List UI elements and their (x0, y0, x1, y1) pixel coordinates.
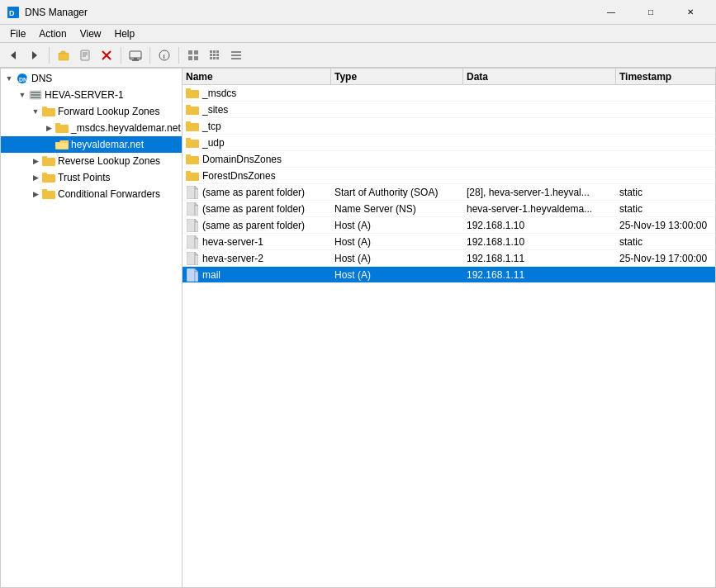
svg-rect-22 (210, 50, 212, 53)
folder-forward-icon (42, 105, 55, 118)
list-item[interactable]: _msdcs (183, 85, 715, 102)
list-item[interactable]: _tcp (183, 118, 715, 135)
svg-rect-55 (186, 105, 191, 107)
tree-item-server[interactable]: ▼ HEVA-SERVER-1 (1, 87, 182, 103)
small-icons-button[interactable] (205, 45, 225, 65)
col-header-timestamp[interactable]: Timestamp (616, 69, 715, 84)
row-doc-icon-9 (186, 235, 199, 249)
svg-rect-4 (59, 53, 69, 60)
scope-button[interactable] (54, 45, 73, 65)
svg-rect-19 (194, 50, 198, 55)
menu-file[interactable]: File (3, 25, 32, 43)
maximize-button[interactable]: □ (632, 0, 670, 25)
tree-item-heyvaldemar[interactable]: heyvaldemar.net (1, 136, 182, 153)
list-item[interactable]: (same as parent folder) Host (A) 192.168… (183, 217, 715, 234)
list-view-button[interactable] (226, 45, 246, 65)
svg-marker-2 (11, 51, 16, 59)
svg-rect-51 (42, 189, 47, 192)
menu-help[interactable]: Help (108, 25, 142, 43)
delete-button[interactable] (97, 45, 116, 65)
col-header-type[interactable]: Type (331, 69, 463, 84)
tree-label-forward: Forward Lookup Zones (58, 106, 159, 117)
tree-label-msdcs: _msdcs.heyvaldemar.net (71, 122, 181, 134)
tree-item-dns[interactable]: ▼ DNS DNS (1, 70, 182, 87)
list-item[interactable]: heva-server-1 Host (A) 192.168.1.10 stat… (183, 234, 715, 250)
col-header-data[interactable]: Data (463, 69, 616, 84)
row-folder-icon-1 (186, 103, 199, 116)
svg-rect-76 (187, 252, 195, 265)
title-bar-controls: — □ ✕ (592, 0, 709, 25)
svg-rect-5 (61, 51, 65, 54)
svg-point-41 (38, 94, 40, 96)
properties-button[interactable] (75, 45, 95, 65)
tree-item-reverse-zones[interactable]: ▶ Reverse Lookup Zones (1, 153, 182, 169)
list-item[interactable]: ForestDnsZones (183, 168, 715, 184)
svg-marker-71 (195, 219, 198, 222)
info-button[interactable]: i (154, 45, 174, 65)
row-folder-icon-2 (186, 120, 199, 133)
svg-rect-45 (55, 123, 60, 126)
list-item[interactable]: _sites (183, 102, 715, 118)
menu-action[interactable]: Action (32, 25, 73, 43)
svg-rect-29 (213, 57, 216, 59)
svg-marker-77 (195, 252, 198, 255)
svg-rect-44 (55, 125, 69, 133)
svg-rect-43 (42, 107, 47, 109)
app-icon: D (7, 6, 20, 19)
row-doc-icon-6 (186, 186, 199, 199)
svg-rect-61 (186, 154, 191, 157)
svg-rect-23 (213, 50, 216, 53)
minimize-button[interactable]: — (592, 0, 630, 25)
separator-3 (149, 47, 150, 64)
svg-rect-67 (187, 202, 195, 216)
menu-bar: File Action View Help (0, 25, 716, 43)
tree-panel: ▼ DNS DNS ▼ HEVA (1, 69, 183, 587)
back-button[interactable] (3, 45, 23, 65)
expander-heyvaldemar (42, 138, 55, 151)
svg-marker-68 (195, 202, 198, 206)
close-button[interactable]: ✕ (671, 0, 709, 25)
folder-msdcs-icon (55, 121, 69, 135)
col-header-name[interactable]: Name (183, 69, 331, 84)
expander-msdcs: ▶ (42, 121, 55, 135)
svg-rect-53 (186, 88, 191, 91)
cell-name-0: _msdcs (183, 87, 331, 100)
expander-trust: ▶ (29, 171, 42, 184)
tree-item-msdcs[interactable]: ▶ _msdcs.heyvaldemar.net (1, 120, 182, 136)
row-doc-icon-8 (186, 219, 199, 232)
svg-rect-32 (231, 55, 241, 56)
tree-item-conditional[interactable]: ▶ Conditional Forwarders (1, 186, 182, 202)
list-item[interactable]: _udp (183, 135, 715, 151)
row-folder-icon-4 (186, 153, 199, 166)
tree-item-trust-points[interactable]: ▶ Trust Points (1, 169, 182, 186)
forward-button[interactable] (25, 45, 45, 65)
menu-view[interactable]: View (73, 25, 108, 43)
folder-conditional-icon (42, 187, 55, 201)
expander-forward: ▼ (29, 105, 42, 118)
tree-label-reverse: Reverse Lookup Zones (58, 155, 160, 167)
list-item[interactable]: heva-server-2 Host (A) 192.168.1.11 25-N… (183, 250, 715, 267)
svg-marker-74 (195, 235, 198, 239)
svg-rect-62 (186, 173, 199, 181)
tree-item-forward-zones[interactable]: ▼ Forward Lookup Zones (1, 103, 182, 120)
list-item[interactable]: DomainDnsZones (183, 151, 715, 168)
list-item[interactable]: (same as parent folder) Name Server (NS)… (183, 201, 715, 217)
svg-rect-47 (42, 156, 47, 159)
svg-rect-49 (42, 173, 47, 175)
svg-text:DNS: DNS (19, 77, 29, 83)
tree-label-conditional: Conditional Forwarders (58, 188, 160, 200)
row-doc-icon-11 (186, 268, 199, 282)
expander-server: ▼ (16, 88, 29, 102)
separator-4 (178, 47, 179, 64)
list-item-selected[interactable]: mail Host (A) 192.168.1.11 (183, 267, 715, 283)
svg-rect-73 (187, 235, 195, 249)
large-icons-button[interactable] (183, 45, 203, 65)
svg-point-40 (38, 92, 40, 93)
expander-conditional: ▶ (29, 187, 42, 201)
list-item[interactable]: (same as parent folder) Start of Authori… (183, 184, 715, 201)
toolbar: i (0, 43, 716, 68)
svg-rect-6 (81, 50, 89, 60)
connect-button[interactable] (126, 45, 145, 65)
svg-rect-78 (195, 255, 198, 265)
list-header: Name Type Data Timestamp (183, 69, 715, 85)
